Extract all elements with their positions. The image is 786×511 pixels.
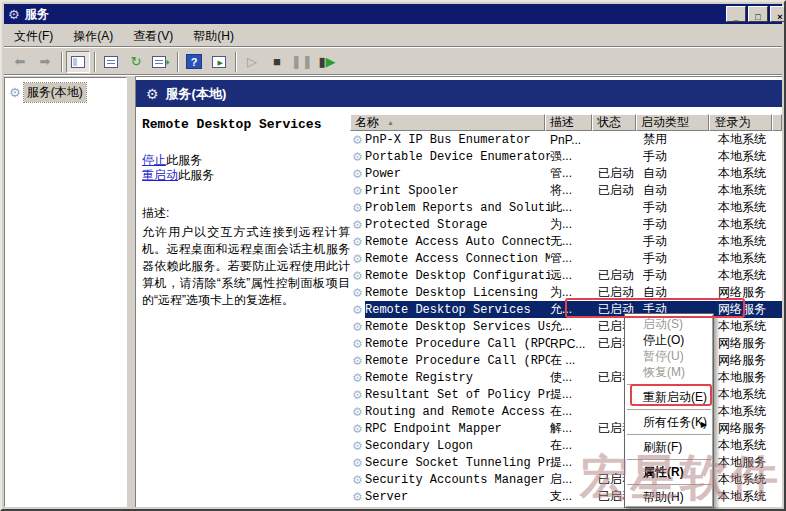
description-text: 允许用户以交互方式连接到远程计算机。远程桌面和远程桌面会话主机服务器依赖此服务。… [142,224,350,309]
restart-service-icon[interactable]: ▮▶ [315,51,339,73]
service-row[interactable]: ⚙Remote Desktop Services Us...允...已启动本地系… [350,318,782,335]
show-action-pane-icon[interactable]: ▶ [207,51,231,73]
maximize-button[interactable]: □ [748,6,768,22]
service-logon-as: 本地系统 [718,216,782,233]
service-row[interactable]: ⚙Secure Socket Tunneling Pr...提...本地服务 [350,454,782,471]
service-status: 已启动 [598,182,643,199]
pause-service-icon[interactable]: ❚❚ [290,51,314,73]
service-row[interactable]: ⚙Secondary Logon在...本地系统 [350,437,782,454]
service-gear-icon: ⚙ [350,269,365,283]
service-name: Portable Device Enumerator... [365,150,550,164]
tree-item-services-local[interactable]: ⚙ 服务(本地) [7,83,124,102]
menu-separator [625,430,713,439]
help-icon[interactable]: ? [182,51,206,73]
refresh-icon[interactable]: ↻ [124,51,148,73]
service-description: 为... [550,284,598,301]
service-description: 提... [550,454,598,471]
context-menu-item[interactable]: 停止(O) [625,332,713,348]
service-description: 管... [550,250,598,267]
service-row[interactable]: ⚙Routing and Remote Access在...本地系统 [350,403,782,420]
service-logon-as: 本地系统 [718,148,782,165]
context-menu-item[interactable]: 属性(R) [625,464,713,480]
service-row[interactable]: ⚙PnP-X IP Bus EnumeratorPnP...禁用本地系统 [350,131,782,148]
column-header-description[interactable]: 描述 [545,114,592,131]
service-row[interactable]: ⚙Remote Procedure Call (RPC)RPC...已启动网络服… [350,335,782,352]
service-row[interactable]: ⚙Problem Reports and Soluti...此...手动本地系统 [350,199,782,216]
gears-icon: ⚙ [9,85,21,100]
service-row[interactable]: ⚙Remote Access Auto Connect...无...手动本地系统 [350,233,782,250]
service-row[interactable]: ⚙Resultant Set of Policy Pr...提...本地系统 [350,386,782,403]
service-logon-as: 本地系统 [718,471,782,488]
service-description: 使... [550,369,598,386]
export-list-icon[interactable]: ➜ [149,51,173,73]
column-header-logon-as[interactable]: 登录为 [709,114,772,131]
minimize-button[interactable]: _ [726,6,746,22]
service-description: 在... [550,403,598,420]
service-logon-as: 本地服务 [718,369,782,386]
column-header-startup-type[interactable]: 启动类型 [636,114,709,131]
service-gear-icon: ⚙ [350,490,365,504]
service-gear-icon: ⚙ [350,150,365,164]
service-row[interactable]: ⚙RPC Endpoint Mapper解...已启动网络服务 [350,420,782,437]
menu-file[interactable]: 文件(F) [4,26,63,47]
context-menu-item: 暂停(U) [625,348,713,364]
context-menu-item: 恢复(M) [625,364,713,380]
service-row[interactable]: ⚙Remote Procedure Call (RPC...在 ...网络服务 [350,352,782,369]
service-name: Resultant Set of Policy Pr... [365,388,550,402]
forward-icon[interactable]: ➡ [33,51,57,73]
service-startup-type: 自动 [643,182,718,199]
service-gear-icon: ⚙ [350,354,365,368]
service-status: 已启动 [598,267,643,284]
menu-action[interactable]: 操作(A) [63,26,123,47]
context-menu: 启动(S)停止(O)暂停(U)恢复(M)重新启动(E)所有任务(K)▶刷新(F)… [624,313,714,508]
context-menu-item[interactable]: 刷新(F) [625,439,713,455]
context-menu-item[interactable]: 帮助(H) [625,489,713,505]
properties-icon[interactable] [99,51,123,73]
service-logon-as: 本地系统 [718,250,782,267]
service-name: Protected Storage [365,218,550,232]
service-logon-as: 本地系统 [718,437,782,454]
service-row[interactable]: ⚙Remote Desktop Services允...已启动手动网络服务 [350,301,782,318]
service-logon-as: 本地系统 [718,505,782,507]
column-header-status[interactable]: 状态 [592,114,636,131]
service-row[interactable]: ⚙SetupARS service本地系统 [350,505,782,507]
show-console-tree-icon[interactable] [66,51,90,73]
service-description: 无... [550,233,598,250]
restart-service-link[interactable]: 重启动 [142,168,178,182]
menu-help[interactable]: 帮助(H) [183,26,244,47]
stop-service-icon[interactable]: ■ [265,51,289,73]
service-startup-type: 手动 [643,267,718,284]
service-name: Remote Desktop Services [365,303,550,317]
sort-asc-icon: ▲ [387,119,394,126]
services-window: ⚙ 服务 _ □ × 文件(F) 操作(A) 查看(V) 帮助(H) ⬅ ➡ ↻… [0,0,786,511]
menu-view[interactable]: 查看(V) [123,26,183,47]
toolbar: ⬅ ➡ ↻ ➜ ? ▶ ▷ ■ ❚❚ ▮▶ [4,49,782,75]
service-row[interactable]: ⚙Server支...已启动本地系统 [350,488,782,505]
service-row[interactable]: ⚙Print Spooler将...已启动自动本地系统 [350,182,782,199]
pane-splitter[interactable] [127,76,135,507]
tree-item-label: 服务(本地) [24,83,86,102]
service-row[interactable]: ⚙Protected Storage为...手动本地系统 [350,216,782,233]
service-row[interactable]: ⚙Remote Desktop Configuration远...已启动手动本地… [350,267,782,284]
service-row[interactable]: ⚙Power管...已启动自动本地系统 [350,165,782,182]
service-row[interactable]: ⚙Remote Access Connection M...管...手动本地系统 [350,250,782,267]
context-menu-item[interactable]: 重新启动(E) [625,389,713,405]
column-header-name[interactable]: 名称▲ [350,114,545,131]
service-row[interactable]: ⚙Remote Registry使...已启动本地服务 [350,369,782,386]
back-icon[interactable]: ⬅ [8,51,32,73]
stop-service-link[interactable]: 停止 [142,153,166,167]
window-title: 服务 [25,6,49,23]
service-name: Problem Reports and Soluti... [365,201,550,215]
service-gear-icon: ⚙ [350,235,365,249]
service-gear-icon: ⚙ [350,252,365,266]
service-name: Secondary Logon [365,439,550,453]
service-logon-as: 本地系统 [718,165,782,182]
service-gear-icon: ⚙ [350,184,365,198]
service-name: Server [365,490,550,504]
service-row[interactable]: ⚙Remote Desktop Licensing为...已启动自动网络服务 [350,284,782,301]
context-menu-item[interactable]: 所有任务(K)▶ [625,414,713,430]
service-row[interactable]: ⚙Portable Device Enumerator...强...手动本地系统 [350,148,782,165]
service-row[interactable]: ⚙Security Accounts Manager启...已启动本地系统 [350,471,782,488]
close-button[interactable]: × [770,6,786,22]
start-service-icon[interactable]: ▷ [240,51,264,73]
